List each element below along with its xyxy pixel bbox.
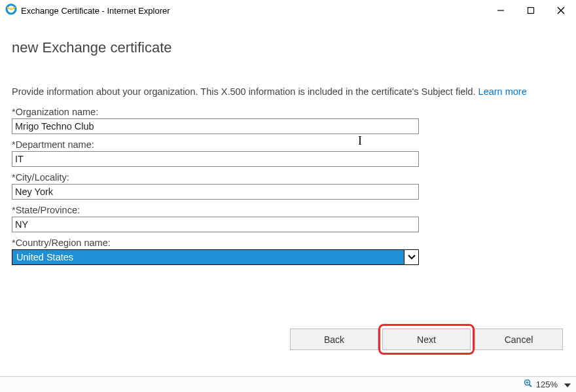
state-input[interactable] <box>12 217 419 232</box>
window-titlebar: Exchange Certificate - Internet Explorer <box>0 0 576 21</box>
cancel-button[interactable]: Cancel <box>475 329 563 350</box>
button-row: Back Next Cancel <box>290 329 563 350</box>
org-label: *Organization name: <box>12 107 564 117</box>
svg-rect-2 <box>528 8 534 14</box>
page-description: Provide information about your organizat… <box>12 85 564 99</box>
country-select[interactable]: United States <box>12 249 419 265</box>
zoom-icon[interactable] <box>523 378 533 391</box>
chevron-down-icon <box>404 250 418 264</box>
state-label: *State/Province: <box>12 205 564 215</box>
svg-marker-9 <box>564 383 571 387</box>
learn-more-link[interactable]: Learn more <box>478 86 527 97</box>
window-title: Exchange Certificate - Internet Explorer <box>21 6 486 16</box>
ie-icon <box>5 3 17 18</box>
maximize-button[interactable] <box>516 1 546 20</box>
country-select-value: United States <box>12 250 404 264</box>
city-label: *City/Locality: <box>12 172 564 183</box>
svg-line-6 <box>529 385 531 387</box>
city-input[interactable] <box>12 184 419 200</box>
description-text: Provide information about your organizat… <box>12 86 478 97</box>
dept-input[interactable] <box>12 151 419 167</box>
content-area: new Exchange certificate Provide informa… <box>0 21 576 265</box>
zoom-level[interactable]: 125% <box>536 380 558 389</box>
field-dept: *Department name: <box>12 139 564 167</box>
field-org: *Organization name: <box>12 107 564 134</box>
page-title: new Exchange certificate <box>12 39 564 56</box>
dept-label: *Department name: <box>12 139 564 150</box>
country-label: *Country/Region name: <box>12 238 564 248</box>
field-city: *City/Locality: <box>12 172 564 200</box>
minimize-button[interactable] <box>486 1 516 20</box>
close-button[interactable] <box>546 1 576 20</box>
org-input[interactable] <box>12 118 419 134</box>
zoom-dropdown-icon[interactable] <box>564 380 571 389</box>
back-button[interactable]: Back <box>290 329 378 350</box>
field-country: *Country/Region name: United States <box>12 238 564 265</box>
field-state: *State/Province: <box>12 205 564 232</box>
status-bar: 125% <box>0 376 576 392</box>
window-controls <box>486 1 576 20</box>
next-button[interactable]: Next <box>382 329 471 350</box>
